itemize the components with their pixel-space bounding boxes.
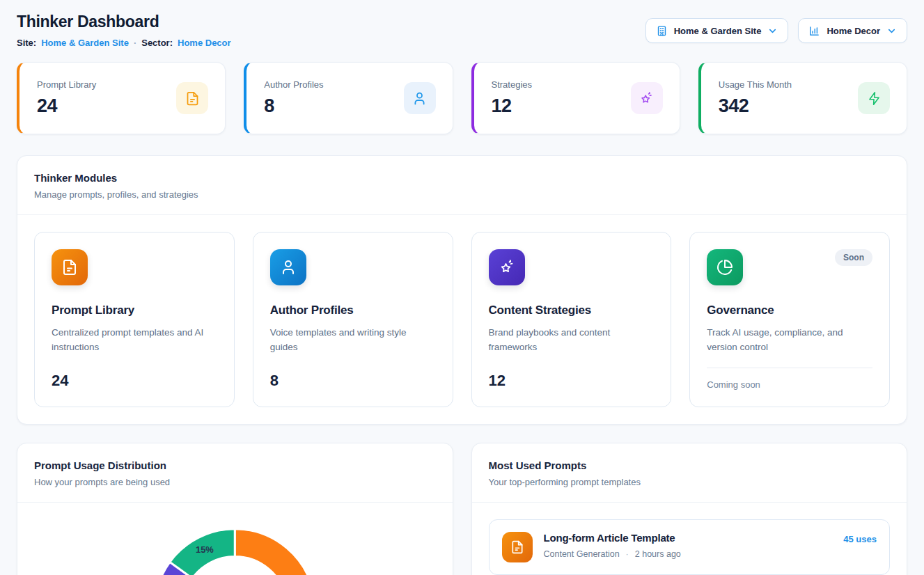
- building-icon: [656, 25, 668, 37]
- module-count: 12: [489, 372, 655, 390]
- modules-title: Thinker Modules: [34, 172, 890, 184]
- file-text-icon: [52, 249, 88, 285]
- stat-label: Strategies: [492, 79, 533, 90]
- donut-chart-svg: 15%: [17, 503, 453, 575]
- usage-title: Prompt Usage Distribution: [34, 459, 436, 471]
- page-title: Thinker Dashboard: [17, 13, 231, 31]
- donut-chart: 15%: [17, 503, 453, 575]
- stat-label: Prompt Library: [37, 79, 96, 90]
- stats-row: Prompt Library 24 Author Profiles 8 Stra…: [17, 62, 907, 134]
- header-selectors: Home & Garden Site Home Decor: [645, 18, 907, 43]
- sector-label: Sector:: [141, 38, 173, 48]
- prompt-title: Long-form Article Template: [544, 532, 833, 544]
- module-card-author-profiles[interactable]: Author Profiles Voice templates and writ…: [253, 232, 453, 407]
- module-description: Centralized prompt templates and AI inst…: [52, 326, 217, 355]
- prompt-list: Long-form Article Template Content Gener…: [472, 503, 907, 575]
- module-title: Content Strategies: [489, 304, 655, 317]
- pie-chart-icon: [707, 249, 743, 285]
- header-left: Thinker Dashboard Site: Home & Garden Si…: [17, 13, 231, 48]
- site-label: Site:: [17, 38, 36, 48]
- module-description: Brand playbooks and content frameworks: [489, 326, 655, 355]
- modules-grid: Prompt Library Centralized prompt templa…: [17, 215, 907, 424]
- stat-value: 342: [719, 95, 792, 117]
- usage-subtitle: How your prompts are being used: [34, 477, 436, 487]
- stat-card-strategies[interactable]: Strategies 12: [471, 62, 680, 134]
- module-title: Author Profiles: [270, 304, 436, 317]
- stat-card-author-profiles[interactable]: Author Profiles 8: [244, 62, 453, 134]
- module-count: 24: [52, 372, 217, 390]
- file-text-icon: [502, 532, 533, 562]
- soon-badge: Soon: [835, 249, 872, 266]
- coming-soon-text: Coming soon: [707, 379, 872, 390]
- module-title: Prompt Library: [52, 304, 217, 317]
- site-selector-dropdown[interactable]: Home & Garden Site: [645, 18, 789, 43]
- most-used-title: Most Used Prompts: [489, 459, 891, 471]
- donut-segment: [235, 529, 315, 575]
- sector-selector-dropdown[interactable]: Home Decor: [798, 18, 907, 43]
- prompt-list-item[interactable]: Long-form Article Template Content Gener…: [489, 519, 891, 575]
- stat-value: 24: [37, 95, 96, 117]
- module-card-content-strategies[interactable]: Content Strategies Brand playbooks and c…: [471, 232, 672, 407]
- sector-selector-value: Home Decor: [827, 26, 880, 36]
- modules-subtitle: Manage prompts, profiles, and strategies: [34, 189, 890, 200]
- page-header: Thinker Dashboard Site: Home & Garden Si…: [17, 13, 907, 48]
- stat-label: Author Profiles: [264, 79, 323, 90]
- stat-value: 12: [492, 95, 533, 117]
- file-text-icon: [176, 82, 208, 114]
- module-count: 8: [270, 372, 436, 390]
- sparkle-star-icon: [631, 82, 663, 114]
- user-icon: [404, 82, 436, 114]
- thinker-modules-panel: Thinker Modules Manage prompts, profiles…: [17, 155, 907, 425]
- site-selector-value: Home & Garden Site: [674, 26, 762, 36]
- stat-card-prompt-library[interactable]: Prompt Library 24: [17, 62, 226, 134]
- stat-label: Usage This Month: [719, 79, 792, 90]
- most-used-prompts-panel: Most Used Prompts Your top-performing pr…: [471, 443, 908, 575]
- chevron-down-icon: [886, 26, 897, 36]
- module-description: Track AI usage, compliance, and version …: [707, 326, 872, 355]
- bottom-row: Prompt Usage Distribution How your promp…: [17, 443, 907, 575]
- module-title: Governance: [707, 304, 872, 317]
- module-card-governance[interactable]: Soon Governance Track AI usage, complian…: [689, 232, 890, 407]
- prompt-time: 2 hours ago: [635, 549, 681, 559]
- separator-dot: ·: [134, 38, 136, 48]
- divider: [707, 368, 872, 368]
- zap-icon: [858, 82, 890, 114]
- prompt-category: Content Generation: [544, 549, 620, 559]
- prompt-usage-panel: Prompt Usage Distribution How your promp…: [17, 443, 453, 575]
- user-icon: [270, 249, 306, 285]
- module-card-prompt-library[interactable]: Prompt Library Centralized prompt templa…: [34, 232, 235, 407]
- sector-link[interactable]: Home Decor: [178, 38, 231, 48]
- sparkle-star-icon: [489, 249, 525, 285]
- dashboard-page: Thinker Dashboard Site: Home & Garden Si…: [0, 0, 924, 575]
- module-description: Voice templates and writing style guides: [270, 326, 436, 355]
- breadcrumb: Site: Home & Garden Site · Sector: Home …: [17, 38, 231, 48]
- stat-value: 8: [264, 95, 323, 117]
- separator-dot: ·: [626, 549, 629, 559]
- bar-chart-icon: [808, 25, 820, 37]
- prompt-uses-badge: 45 uses: [843, 534, 877, 544]
- site-link[interactable]: Home & Garden Site: [41, 38, 129, 48]
- stat-card-usage[interactable]: Usage This Month 342: [698, 62, 907, 134]
- donut-segment-label: 15%: [196, 544, 214, 555]
- chevron-down-icon: [767, 26, 778, 36]
- most-used-subtitle: Your top-performing prompt templates: [489, 477, 891, 487]
